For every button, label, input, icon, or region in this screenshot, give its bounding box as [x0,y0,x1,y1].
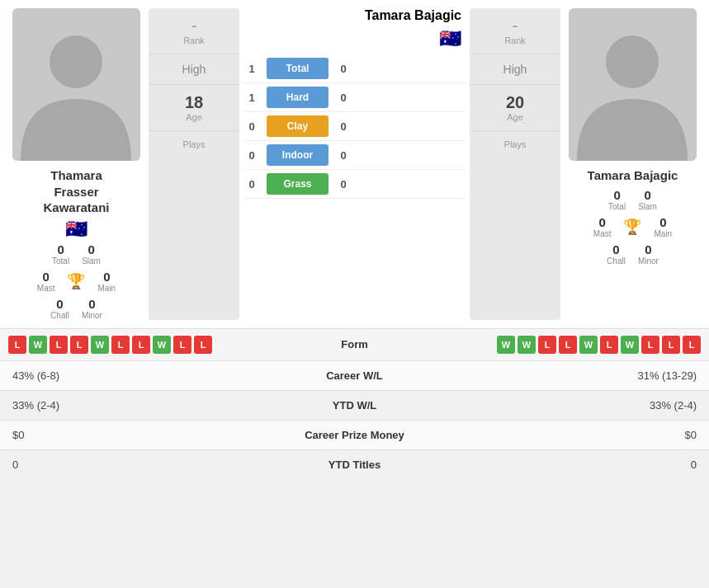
surface-badge-hard: Hard [267,87,329,108]
right-prize: $0 [429,429,697,441]
form-badge-right: L [600,336,618,354]
right-stats-row1: 0 Total 0 Slam [608,188,657,211]
form-badge-left: L [70,336,88,354]
surface-rows: 1 Total 0 1 Hard 0 0 Clay 0 0 Indoor 0 0… [243,54,466,199]
form-badge-right: L [641,336,659,354]
left-plays-item: Plays [149,131,239,158]
form-badge-right: L [662,336,680,354]
right-info-card: - Rank High 20 Age Plays [470,8,560,320]
right-player-name-top: Tamara Bajagic [365,8,461,22]
surface-left-num: 0 [243,149,260,162]
right-stat-slam: 0 Slam [638,188,657,211]
right-stat-minor: 0 Minor [638,242,659,266]
right-player-photo [569,8,697,161]
right-age-item: 20 Age [470,85,560,131]
form-badge-left: W [29,336,47,354]
left-ytd-wl: 33% (2-4) [12,399,281,412]
surface-left-num: 1 [243,92,260,104]
left-form-badges: LWLLWLLWLL [8,336,314,354]
surface-left-num: 0 [243,178,260,191]
surface-right-num: 0 [335,149,352,162]
left-stat-mast: 0 Mast [37,270,55,293]
prize-row: $0 Career Prize Money $0 [0,420,709,449]
right-stats-row2: 0 Mast 🏆 0 Main [593,215,672,238]
right-stats-row3: 0 Chall 0 Minor [607,242,659,266]
left-info-card: - Rank High 18 Age Plays [149,8,239,320]
form-badge-left: L [111,336,130,354]
left-silhouette-icon [12,8,140,161]
form-badge-left: L [50,336,68,354]
form-badge-right: L [683,336,701,354]
stats-table: 43% (6-8) Career W/L 31% (13-29) 33% (2-… [0,360,709,479]
left-stats-row1: 0 Total 0 Slam [52,242,101,266]
form-badge-right: W [518,336,536,354]
left-stat-total: 0 Total [52,242,69,266]
surface-row-hard: 1 Hard 0 [243,83,466,112]
left-prize: $0 [12,429,281,441]
right-titles: 0 [429,459,697,471]
form-badge-right: W [497,336,515,354]
surface-row-clay: 0 Clay 0 [243,112,466,141]
surface-left-num: 1 [243,63,260,75]
career-wl-row: 43% (6-8) Career W/L 31% (13-29) [0,360,709,390]
form-badge-left: L [194,336,212,354]
form-badge-left: L [8,336,26,354]
surface-badge-grass: Grass [267,173,329,195]
right-stat-mast: 0 Mast [593,215,612,238]
right-silhouette-icon [569,8,697,161]
form-badge-right: W [579,336,598,354]
form-badge-right: L [538,336,556,354]
career-wl-label: Career W/L [281,369,429,382]
form-badge-left: L [173,336,191,354]
left-rank-item: - Rank [149,8,239,54]
surface-table: Tamara Bajagic 🇦🇺 1 Total 0 1 Hard 0 0 C… [243,8,466,320]
ytd-wl-label: YTD W/L [281,399,429,412]
left-player-section: ThamaraFrasserKawaratani 🇦🇺 0 Total 0 Sl… [8,8,144,320]
prize-label: Career Prize Money [281,429,429,441]
ytd-wl-row: 33% (2-4) YTD W/L 33% (2-4) [0,390,709,420]
left-high-item: High [149,54,239,85]
right-high-item: High [470,54,560,85]
left-stat-minor: 0 Minor [82,297,102,320]
left-stats-row2: 0 Mast 🏆 0 Main [37,270,116,293]
form-badge-right: W [621,336,639,354]
surface-left-num: 0 [243,120,260,133]
left-stat-slam: 0 Slam [82,242,101,266]
left-age-item: 18 Age [149,85,239,131]
titles-label: YTD Titles [281,459,429,471]
surface-badge-total: Total [267,58,329,79]
right-rank-item: - Rank [470,8,560,54]
form-badge-left: L [132,336,150,354]
surface-badge-indoor: Indoor [267,144,329,166]
right-trophy-icon: 🏆 [623,215,641,238]
titles-row: 0 YTD Titles 0 [0,449,709,479]
right-ytd-wl: 33% (2-4) [429,399,697,412]
surface-row-grass: 0 Grass 0 [243,170,466,199]
left-trophy-icon: 🏆 [67,270,85,293]
left-stat-main: 0 Main [97,270,116,293]
surface-right-num: 0 [335,92,352,104]
right-form-badges: WWLLWLWLLL [396,336,702,354]
svg-point-0 [50,35,102,88]
left-player-name: ThamaraFrasserKawaratani [43,167,109,216]
left-player-photo [12,8,140,161]
left-stat-chall: 0 Chall [50,297,69,320]
form-badge-left: W [153,336,171,354]
left-titles: 0 [12,459,281,471]
form-badge-right: L [559,336,577,354]
right-career-wl: 31% (13-29) [429,369,697,382]
surface-right-num: 0 [335,178,352,191]
surface-right-num: 0 [335,120,352,133]
right-stat-main: 0 Main [654,215,672,238]
right-player-name: Tamara Bajagic [588,167,678,184]
right-stat-chall: 0 Chall [607,242,626,266]
right-player-section: Tamara Bajagic 0 Total 0 Slam 0 Mast [565,8,701,320]
form-section: LWLLWLLWLL Form WWLLWLWLLL [0,328,709,360]
surface-badge-clay: Clay [267,115,329,137]
surface-row-indoor: 0 Indoor 0 [243,141,466,170]
right-stat-total: 0 Total [608,188,626,211]
left-player-flag: 🇦🇺 [65,220,87,238]
svg-point-1 [606,35,659,88]
right-flag-top: 🇦🇺 [439,28,461,49]
right-plays-item: Plays [470,131,560,158]
